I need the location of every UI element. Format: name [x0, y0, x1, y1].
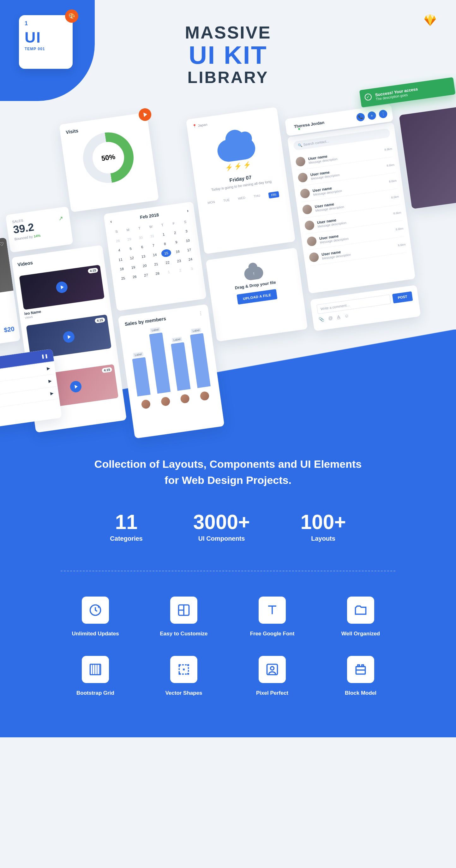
audio-desc: Description	[0, 392, 51, 409]
upload-card[interactable]: ↑ Drag & Drop your file UPLOAD A FILE	[206, 247, 308, 342]
feature-item: Pixel Perfect	[234, 656, 310, 696]
play-icon[interactable]	[69, 380, 83, 393]
cal-day[interactable]: 9	[171, 238, 182, 247]
underline-icon[interactable]: A	[337, 314, 340, 319]
cal-day[interactable]: 17	[184, 246, 194, 254]
attach-icon[interactable]: 📎	[318, 317, 324, 322]
divider	[61, 571, 395, 571]
cal-day[interactable]: 24	[185, 255, 196, 264]
cal-day[interactable]: 12	[127, 253, 138, 262]
week-tab[interactable]: TUE	[223, 198, 230, 205]
members-card: Sales by members ⋮ LabelLabelLabelLabel	[118, 304, 224, 438]
cal-day[interactable]: 3	[181, 227, 192, 236]
avatar	[160, 397, 171, 407]
bar-label: Label	[133, 352, 144, 357]
heart-icon[interactable]: ♡	[0, 241, 4, 247]
cloud-upload-icon: ↑	[243, 266, 264, 281]
cal-day[interactable]: 4	[114, 246, 125, 255]
svg-rect-13	[362, 665, 364, 666]
cal-day[interactable]: 25	[118, 274, 128, 283]
cal-day[interactable]: 28	[152, 269, 163, 278]
cal-day[interactable]: 19	[128, 263, 139, 272]
weather-location: 📍 Japan	[192, 113, 272, 128]
cal-day[interactable]: 8	[159, 239, 170, 248]
cal-prev-icon[interactable]: ‹	[110, 219, 112, 224]
pixel-icon	[259, 656, 286, 683]
cal-day[interactable]: 15	[161, 249, 172, 257]
pause-icon[interactable]: ❚❚	[41, 353, 49, 359]
cal-day[interactable]: 3	[186, 264, 197, 273]
cal-day[interactable]: 2	[170, 228, 181, 237]
cal-day[interactable]: 14	[149, 250, 160, 259]
post-button[interactable]: POST	[392, 291, 413, 303]
cal-day[interactable]: 27	[141, 271, 152, 280]
week-tab[interactable]: MON	[208, 200, 216, 207]
cal-day[interactable]: 21	[151, 260, 162, 269]
svg-rect-2	[90, 664, 101, 675]
mention-icon[interactable]: @	[328, 315, 333, 321]
feature-item: Free Google Font	[234, 596, 310, 637]
cal-day[interactable]: 7	[148, 241, 159, 250]
cal-day[interactable]: 13	[138, 252, 149, 261]
logo-temp: TEMP 001	[25, 47, 67, 51]
feature-label: Easy to Customize	[146, 631, 222, 637]
cal-day[interactable]: 1	[158, 230, 169, 239]
logo-ui: UI	[25, 29, 67, 46]
cal-day[interactable]: 10	[183, 236, 193, 245]
upload-title: Drag & Drop your file	[215, 277, 296, 293]
avatar	[200, 391, 210, 401]
stat-label: UI Components	[193, 535, 250, 542]
feature-label: Vector Shapes	[146, 690, 222, 696]
cal-day[interactable]: 18	[117, 265, 127, 273]
upload-button[interactable]: UPLOAD A FILE	[237, 289, 277, 305]
feature-label: Block Model	[323, 690, 398, 696]
cal-next-icon[interactable]: ›	[187, 208, 189, 213]
cal-day[interactable]: 26	[129, 272, 140, 281]
cal-day[interactable]: 28	[113, 237, 123, 245]
cal-day[interactable]: 29	[124, 235, 135, 244]
week-tab[interactable]: FRI	[268, 191, 279, 198]
avatar	[295, 156, 306, 167]
stat-number: 11	[110, 510, 143, 534]
week-tab[interactable]: THU	[253, 194, 261, 201]
contacts-card: Theresa Jordan 📞 ＋ ⋮ 🔍 Search contact...…	[287, 122, 416, 293]
cal-dow: F	[168, 219, 179, 228]
week-tab[interactable]: WED	[238, 196, 246, 203]
stat-item: 11 Categories	[110, 510, 143, 542]
visits-donut: 50%	[80, 129, 137, 186]
add-contact-icon[interactable]: ＋	[367, 111, 376, 120]
cal-day[interactable]: 6	[137, 242, 148, 251]
cal-day[interactable]: 16	[173, 247, 183, 256]
cal-day[interactable]: 31	[147, 232, 158, 241]
cal-day[interactable]: 2	[175, 266, 186, 275]
cal-day[interactable]: 11	[115, 255, 126, 264]
more-icon[interactable]: ⋮	[378, 109, 388, 118]
avatar	[308, 252, 319, 262]
week-tabs[interactable]: MONTUEWEDTHUFRI	[203, 191, 283, 208]
play-icon[interactable]	[63, 331, 75, 343]
cal-day[interactable]: 1	[163, 267, 174, 276]
product-price: $20	[3, 325, 15, 334]
cal-day[interactable]: 30	[135, 233, 146, 242]
bar-label: Label	[172, 337, 183, 342]
avatar	[141, 399, 151, 409]
cal-day[interactable]: 22	[162, 258, 173, 267]
cal-day[interactable]: 5	[125, 244, 136, 253]
stat-label: Layouts	[300, 535, 346, 542]
emoji-icon[interactable]: ☺	[344, 313, 349, 318]
cal-day[interactable]: 20	[139, 261, 150, 270]
grid-icon	[82, 656, 109, 683]
logo-number: 1	[25, 20, 67, 27]
call-icon[interactable]: 📞	[356, 112, 365, 122]
cal-day[interactable]: 23	[174, 257, 184, 266]
avatar	[306, 236, 317, 247]
svg-rect-12	[358, 665, 360, 666]
check-icon: ✓	[364, 93, 372, 101]
calendar-grid[interactable]: SMTWTFS282930311234567891011121314151617…	[111, 217, 197, 283]
visits-card: Visits 50%	[59, 112, 159, 212]
play-icon[interactable]	[55, 281, 68, 294]
cal-dow: T	[134, 224, 145, 232]
block-icon	[347, 656, 374, 683]
section-subtitle: Collection of Layouts, Components and UI…	[86, 456, 370, 488]
contact-time: 8.6km	[384, 147, 393, 151]
